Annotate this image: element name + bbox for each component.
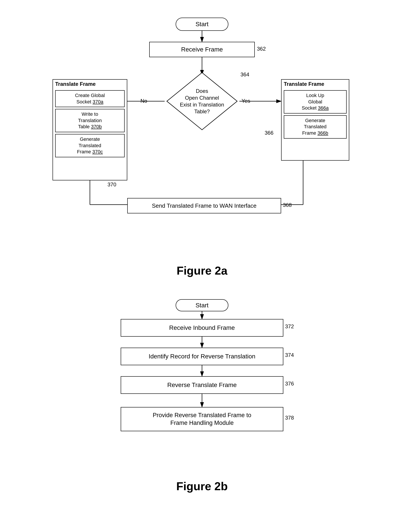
ref-370: 370 — [107, 182, 116, 188]
lookup-socket-node: Look UpGlobalSocket 366a — [284, 90, 347, 114]
right-translate-group: Translate Frame Look UpGlobalSocket 366a… — [281, 79, 349, 161]
receive-frame-node: Receive Frame — [149, 42, 255, 57]
send-frame-node: Send Translated Frame to WAN Interface — [127, 198, 281, 214]
figure-2b-section: Start Receive Inbound Frame 372 Identify… — [13, 290, 391, 493]
start-node-2b: Start — [176, 299, 228, 311]
identify-record-node: Identify Record for Reverse Translation — [121, 348, 283, 365]
left-translate-group: Translate Frame Create GlobalSocket 370a… — [52, 79, 127, 180]
ref-378: 378 — [285, 415, 294, 421]
reverse-translate-node: Reverse Translate Frame — [121, 376, 283, 394]
ref-372: 372 — [285, 324, 294, 330]
ref-362: 362 — [257, 46, 266, 52]
flowchart-2a: Start Receive Frame 362 DoesOpen Channel… — [48, 13, 356, 255]
right-group-label: Translate Frame — [282, 80, 349, 88]
start-node-2a: Start — [176, 18, 228, 31]
diamond-open-channel: DoesOpen ChannelExist in TranslationTabl… — [165, 70, 239, 132]
no-label: No — [140, 98, 147, 104]
flowchart-2b: Start Receive Inbound Frame 372 Identify… — [92, 295, 312, 471]
ref-376: 376 — [285, 381, 294, 387]
ref-368: 368 — [283, 202, 292, 208]
diamond-label: DoesOpen ChannelExist in TranslationTabl… — [180, 88, 224, 115]
figure-2a-section: Start Receive Frame 362 DoesOpen Channel… — [13, 9, 391, 277]
yes-label: Yes — [242, 98, 250, 104]
create-socket-node: Create GlobalSocket 370a — [55, 90, 125, 107]
write-table-node: Write toTranslationTable 370b — [55, 109, 125, 132]
ref-364: 364 — [240, 71, 249, 78]
figure-2b-label: Figure 2b — [176, 480, 228, 493]
ref-366: 366 — [265, 130, 273, 136]
figure-2a-label: Figure 2a — [177, 264, 227, 277]
generate-right-node: GenerateTranslatedFrame 366b — [284, 115, 347, 139]
generate-left-node: GenerateTranslatedFrame 370c — [55, 134, 125, 157]
provide-frame-node: Provide Reverse Translated Frame toFrame… — [121, 407, 283, 431]
receive-inbound-node: Receive Inbound Frame — [121, 319, 283, 337]
ref-374: 374 — [285, 352, 294, 358]
left-group-label: Translate Frame — [53, 80, 127, 88]
